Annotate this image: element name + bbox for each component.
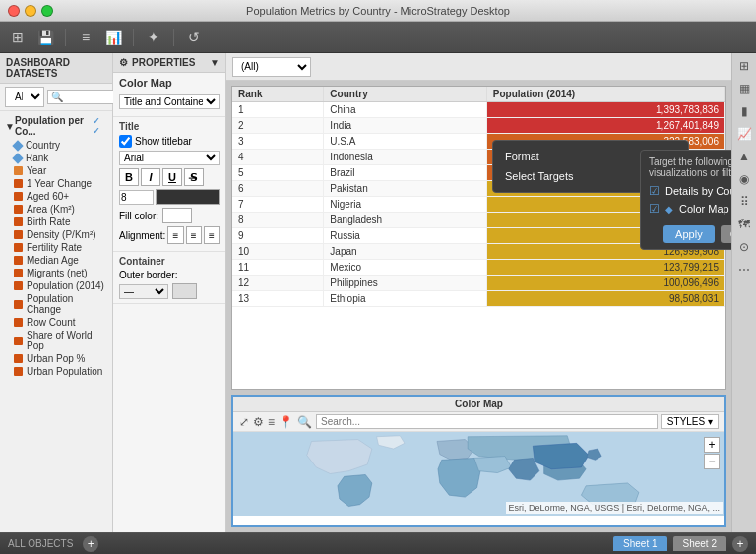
dataset-item[interactable]: Aged 60+ bbox=[0, 190, 112, 203]
underline-button[interactable]: U bbox=[162, 168, 182, 186]
dataset-item-label: Median Age bbox=[27, 255, 79, 266]
right-gauge-icon[interactable]: ⊙ bbox=[734, 237, 754, 257]
font-color-box[interactable] bbox=[156, 189, 220, 205]
add-sheet-button[interactable]: + bbox=[732, 536, 748, 552]
right-map-icon[interactable]: 🗺 bbox=[734, 215, 754, 234]
map-styles-button[interactable]: STYLES ▾ bbox=[662, 414, 719, 429]
dataset-item[interactable]: Population (2014) bbox=[0, 279, 112, 292]
outer-border-row: Outer border: bbox=[119, 270, 220, 280]
border-style-select[interactable]: — bbox=[119, 284, 168, 299]
table-row[interactable]: 12 Philippines 100,096,496 bbox=[232, 276, 725, 291]
container-section: Container Outer border: — bbox=[113, 252, 225, 304]
fill-color-box[interactable] bbox=[162, 208, 192, 223]
table-row[interactable]: 11 Mexico 123,799,215 bbox=[232, 260, 725, 276]
dataset-item[interactable]: Birth Rate bbox=[0, 215, 112, 228]
cell-rank: 9 bbox=[232, 228, 324, 244]
align-left-button[interactable]: ≡ bbox=[167, 226, 183, 244]
dataset-item[interactable]: Year bbox=[0, 164, 112, 177]
content-filter-select[interactable]: (All) bbox=[232, 57, 311, 77]
map-pin-icon[interactable]: 📍 bbox=[279, 415, 293, 429]
properties-view-select[interactable]: Title and Container bbox=[119, 94, 220, 109]
cell-rank: 11 bbox=[232, 260, 324, 276]
font-select[interactable]: Arial bbox=[119, 151, 220, 165]
properties-header-label: PROPERTIES bbox=[132, 57, 195, 68]
right-grid-icon[interactable]: ▦ bbox=[734, 79, 754, 98]
sub-popup-title: Target the following visualizations or f… bbox=[649, 156, 731, 178]
properties-header: ⚙ PROPERTIES ▼ bbox=[113, 53, 225, 73]
cell-rank: 2 bbox=[232, 118, 324, 134]
dataset-item-label: Area (Km²) bbox=[27, 204, 75, 215]
right-line-icon[interactable]: 📈 bbox=[734, 124, 754, 144]
dataset-item[interactable]: Country bbox=[0, 139, 112, 152]
map-zoom-icon[interactable]: 🔍 bbox=[297, 415, 312, 429]
metric-icon bbox=[14, 300, 23, 309]
right-bar-icon[interactable]: ▮ bbox=[734, 101, 754, 121]
sidebar-right: ⊞ ▦ ▮ 📈 ▲ ◉ ⠿ 🗺 ⊙ ⋯ bbox=[731, 53, 756, 532]
border-color-box[interactable] bbox=[172, 283, 197, 299]
dataset-item[interactable]: Urban Pop % bbox=[0, 352, 112, 365]
zoom-in-button[interactable]: + bbox=[704, 437, 720, 453]
toolbar-list-icon[interactable]: ≡ bbox=[76, 28, 95, 47]
dataset-item-label: Birth Rate bbox=[27, 216, 70, 227]
diamond-icon: ◆ bbox=[665, 204, 673, 215]
cell-population: 1,393,783,836 bbox=[486, 102, 724, 118]
target-color-map[interactable]: ☑ ◆ Color Map bbox=[649, 200, 731, 217]
col-population: Population (2014) bbox=[486, 87, 724, 102]
apply-button[interactable]: Apply bbox=[663, 225, 715, 243]
dataset-item[interactable]: Migrants (net) bbox=[0, 267, 112, 279]
filter-icon[interactable]: ▼ bbox=[210, 57, 220, 68]
font-size-input[interactable] bbox=[119, 190, 154, 205]
show-titlebar-checkbox[interactable]: Show titlebar bbox=[119, 135, 220, 148]
toolbar-refresh-icon[interactable]: ↺ bbox=[184, 28, 204, 47]
sidebar-filter-row: All bbox=[0, 84, 112, 111]
italic-button[interactable]: I bbox=[141, 168, 160, 186]
cell-country: Indonesia bbox=[324, 150, 486, 165]
maximize-button[interactable] bbox=[41, 5, 53, 17]
map-background: Esri, DeLorme, NGA, USGS | Esri, DeLorme… bbox=[233, 432, 724, 516]
strikethrough-button[interactable]: S̶ bbox=[184, 168, 204, 186]
toolbar-chart-icon[interactable]: 📊 bbox=[103, 28, 123, 47]
toolbar-grid-icon[interactable]: ⊞ bbox=[8, 28, 28, 47]
cell-country: India bbox=[324, 118, 486, 134]
align-right-button[interactable]: ≡ bbox=[204, 226, 220, 244]
map-filter-icon[interactable]: ≡ bbox=[268, 415, 275, 429]
add-object-button[interactable]: + bbox=[83, 536, 98, 552]
dataset-group-header[interactable]: ▼ Population per Co... ✓ ✓ bbox=[0, 113, 112, 139]
table-row[interactable]: 2 India 1,267,401,849 bbox=[232, 118, 725, 134]
cancel-button[interactable]: Cancel bbox=[721, 225, 731, 243]
sheet-2-tab[interactable]: Sheet 2 bbox=[673, 536, 726, 551]
sheet-1-tab[interactable]: Sheet 1 bbox=[613, 536, 666, 551]
close-button[interactable] bbox=[8, 5, 20, 17]
dataset-item[interactable]: Area (Km²) bbox=[0, 203, 112, 215]
right-more-icon[interactable]: ⋯ bbox=[734, 260, 754, 279]
table-row[interactable]: 1 China 1,393,783,836 bbox=[232, 102, 725, 118]
map-search-input[interactable] bbox=[316, 414, 658, 429]
cell-country: U.S.A bbox=[324, 134, 486, 150]
align-center-button[interactable]: ≡ bbox=[186, 226, 202, 244]
table-row[interactable]: 13 Ethiopia 98,508,031 bbox=[232, 291, 725, 307]
dataset-item[interactable]: Population Change bbox=[0, 292, 112, 316]
zoom-out-button[interactable]: − bbox=[704, 454, 720, 469]
right-scatter-icon[interactable]: ⠿ bbox=[734, 192, 754, 212]
dataset-item[interactable]: Density (P/Km²) bbox=[0, 228, 112, 241]
dataset-item[interactable]: Share of World Pop bbox=[0, 329, 112, 352]
sidebar-filter-select[interactable]: All bbox=[5, 87, 44, 107]
cell-rank: 6 bbox=[232, 181, 324, 197]
dataset-item[interactable]: Rank bbox=[0, 152, 112, 164]
target-details-by-country[interactable]: ☑ Details by Country bbox=[649, 182, 731, 200]
minimize-button[interactable] bbox=[25, 5, 36, 17]
right-area-icon[interactable]: ▲ bbox=[734, 147, 754, 166]
dataset-item[interactable]: Fertility Rate bbox=[0, 241, 112, 254]
dataset-item[interactable]: 1 Year Change bbox=[0, 177, 112, 190]
right-table-icon[interactable]: ⊞ bbox=[734, 56, 754, 76]
titlebar: Population Metrics by Country - MicroStr… bbox=[0, 0, 756, 22]
dataset-item[interactable]: Row Count bbox=[0, 316, 112, 329]
right-pie-icon[interactable]: ◉ bbox=[734, 169, 754, 189]
toolbar-add-icon[interactable]: ✦ bbox=[144, 28, 163, 47]
map-settings-icon[interactable]: ⚙ bbox=[253, 415, 264, 429]
toolbar-save-icon[interactable]: 💾 bbox=[35, 28, 55, 47]
bold-button[interactable]: B bbox=[119, 168, 139, 186]
map-expand-icon[interactable]: ⤢ bbox=[239, 415, 249, 429]
dataset-item[interactable]: Urban Population bbox=[0, 365, 112, 378]
dataset-item[interactable]: Median Age bbox=[0, 254, 112, 267]
